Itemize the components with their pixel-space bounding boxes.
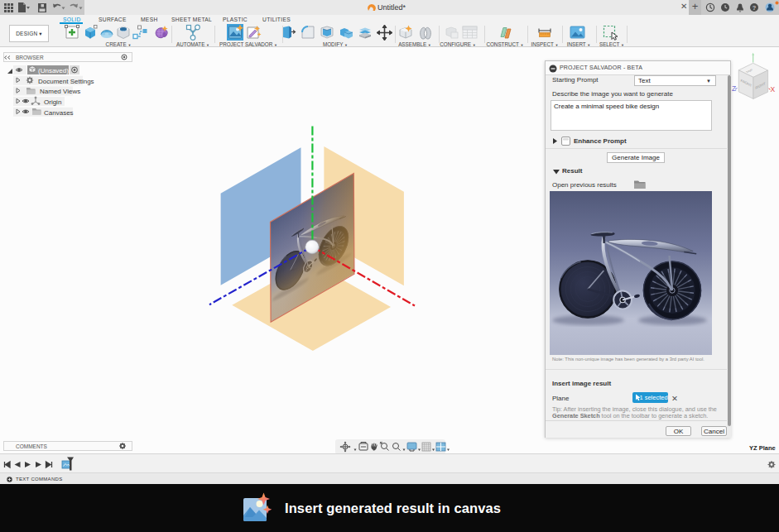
svg-text:X: X	[771, 85, 776, 93]
svg-text:Z: Z	[732, 84, 736, 93]
svg-text:?: ?	[753, 4, 757, 12]
